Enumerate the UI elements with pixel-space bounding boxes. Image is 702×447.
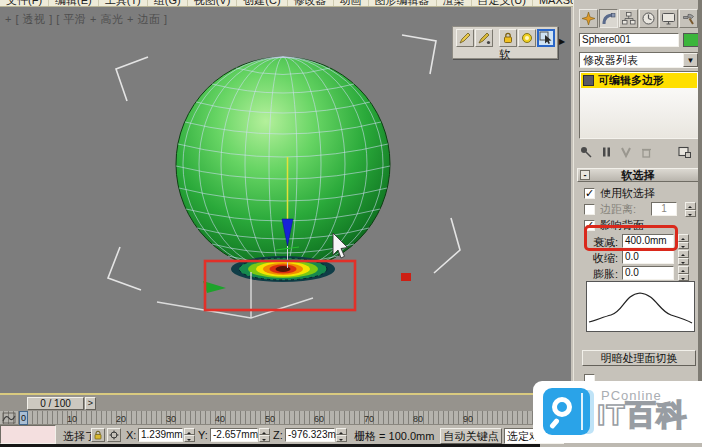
selection-lock-button[interactable]	[91, 428, 105, 442]
magnifier-icon	[552, 397, 572, 417]
modifier-stack[interactable]: 可编辑多边形	[579, 71, 699, 139]
menu-item[interactable]: 文件(F)	[0, 0, 49, 7]
tab-display[interactable]	[659, 9, 678, 28]
panel-scrollbar[interactable]	[698, 0, 702, 393]
current-frame-marker[interactable]: 0	[19, 411, 28, 425]
z-spinner[interactable]	[336, 428, 347, 442]
show-end-result-icon[interactable]	[599, 145, 613, 159]
viewport[interactable]: + [ 透视 ] [ 平滑 + 高光 + 边面 ]	[0, 7, 571, 393]
menu-item[interactable]: 工具(T)	[99, 0, 148, 7]
y-spinner[interactable]	[259, 428, 270, 442]
tick-label: 40	[215, 414, 225, 424]
3dsmax-window: 文件(F)编辑(E)工具(T)组(G)视图(V)创建(C)修改器动画图形编辑器渲…	[0, 0, 702, 447]
edge-distance-checkbox[interactable]	[584, 204, 595, 215]
make-unique-icon[interactable]	[619, 145, 633, 159]
y-coordinate-field[interactable]: -2.657mm	[210, 428, 258, 442]
edge-distance-field[interactable]: 1	[651, 202, 677, 216]
bubble-field[interactable]: 0.0	[622, 266, 674, 280]
falloff-curve-graph	[586, 281, 695, 332]
x-coordinate-field[interactable]: 1.239mm	[138, 428, 183, 442]
tab-create[interactable]	[579, 9, 598, 28]
x-spinner[interactable]	[184, 428, 195, 442]
magnifier-handle	[549, 418, 560, 430]
pinch-label: 收缩:	[593, 252, 618, 265]
edge-distance-label: 边距离:	[600, 203, 636, 216]
time-slider[interactable]: 0 / 100	[27, 397, 84, 410]
toolbar-expand-arrow[interactable]: ▶	[559, 37, 565, 46]
remove-modifier-icon[interactable]	[639, 145, 653, 159]
x-label: X:	[126, 429, 136, 441]
pinch-spinner[interactable]	[678, 250, 689, 265]
stack-toolbar	[579, 143, 699, 161]
tab-utilities[interactable]	[679, 9, 698, 28]
tab-motion[interactable]	[639, 9, 658, 28]
motion-icon	[641, 11, 656, 26]
menu-item[interactable]: 修改器	[288, 0, 334, 7]
sphere-object[interactable]	[176, 57, 390, 271]
editable-poly-icon	[583, 75, 594, 86]
pinch-field[interactable]: 0.0	[622, 250, 674, 264]
stack-item-label: 可编辑多边形	[598, 73, 664, 88]
falloff-curve	[587, 282, 694, 331]
maxscript-mini-listener[interactable]	[0, 425, 56, 444]
bubble-spinner[interactable]	[678, 266, 689, 281]
absolute-mode-transform-button[interactable]	[107, 428, 121, 442]
rollout-title: 软选择	[622, 169, 655, 181]
toolbar-tooltip: 软	[453, 47, 557, 62]
hierarchy-icon	[621, 11, 636, 26]
use-soft-selection-label: 使用软选择	[600, 187, 655, 200]
bubble-label: 膨胀:	[593, 268, 618, 281]
y-label: Y:	[198, 429, 208, 441]
open-mini-curve-editor-icon[interactable]	[2, 412, 16, 424]
lock-icon	[501, 31, 515, 45]
falloff-spinner[interactable]	[678, 234, 689, 249]
hammer-icon	[681, 11, 696, 26]
viewport-label[interactable]: + [ 透视 ] [ 平滑 + 高光 + 边面 ]	[5, 12, 168, 27]
lock-icon	[93, 430, 103, 440]
menu-item[interactable]: 编辑(E)	[49, 0, 99, 7]
menu-item[interactable]: 动画	[334, 0, 369, 7]
paintbrush-icon	[458, 31, 472, 45]
paint-options-button[interactable]	[518, 29, 536, 47]
modifier-list-dropdown[interactable]: 修改器列表	[579, 52, 699, 68]
edge-distance-spinner[interactable]	[685, 202, 696, 217]
menu-item[interactable]: 视图(V)	[188, 0, 238, 7]
menu-item[interactable]: 渲染	[437, 0, 472, 7]
menu-bar: 文件(F)编辑(E)工具(T)组(G)视图(V)创建(C)修改器动画图形编辑器渲…	[0, 0, 573, 7]
pin-stack-icon[interactable]	[579, 145, 593, 159]
collapse-icon[interactable]: -	[580, 170, 590, 180]
menu-item[interactable]: 创建(C)	[237, 0, 287, 7]
tick-label: 90	[463, 414, 473, 424]
shaded-face-toggle-button[interactable]: 明暗处理面切换	[582, 350, 696, 366]
tick-label: 70	[364, 414, 374, 424]
tab-modify[interactable]	[599, 9, 618, 28]
menu-item[interactable]: 自定义(U)	[472, 0, 533, 7]
stack-item-editable-poly[interactable]: 可编辑多边形	[581, 73, 697, 88]
select-paint-button[interactable]	[537, 29, 555, 47]
paint-soft-selection-button[interactable]	[456, 29, 474, 47]
next-frame-button[interactable]: >	[85, 397, 96, 410]
object-color-swatch[interactable]	[683, 33, 699, 47]
crosshair-icon	[109, 430, 119, 440]
configure-modifier-sets-icon[interactable]	[677, 145, 693, 159]
watermark: PConline IT百科	[533, 381, 702, 443]
paint-blur-button[interactable]	[475, 29, 493, 47]
tick-label: 10	[67, 414, 77, 424]
lock-soft-selection-button[interactable]	[499, 29, 517, 47]
tick-label: 20	[116, 414, 126, 424]
menu-item[interactable]: 组(G)	[148, 0, 188, 7]
tab-hierarchy[interactable]	[619, 9, 638, 28]
use-soft-selection-checkbox[interactable]	[584, 188, 595, 199]
z-coordinate-field[interactable]: -976.323m	[285, 428, 335, 442]
watermark-title: IT百科	[597, 395, 688, 436]
menu-item[interactable]: 图形编辑器	[369, 0, 437, 7]
watermark-logo-line	[581, 393, 583, 430]
paintbrush-dot-icon	[477, 31, 491, 45]
auto-key-button[interactable]: 自动关键点	[440, 428, 502, 444]
soft-selection-rollout-header[interactable]: - 软选择	[577, 168, 699, 182]
object-name-field[interactable]: Sphere001	[579, 33, 679, 47]
menu-item[interactable]: MAXScript	[533, 0, 573, 7]
dropdown-arrow-icon[interactable]: ▼	[683, 53, 698, 67]
command-panel: Sphere001 修改器列表 ▼ 可编辑多边形 - 软选择 使用软选择 边距离…	[573, 0, 702, 393]
viewport-canvas[interactable]	[0, 7, 571, 393]
